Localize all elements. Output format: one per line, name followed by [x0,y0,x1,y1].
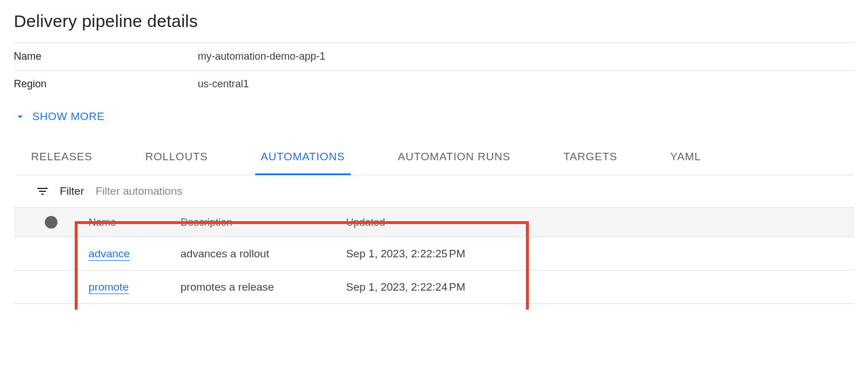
col-header-description[interactable]: Description [180,217,346,229]
automation-link-advance[interactable]: advance [89,248,130,261]
filter-bar: Filter [14,175,854,207]
filter-icon [36,184,49,198]
tab-automation-runs[interactable]: AUTOMATION RUNS [392,140,516,175]
col-header-updated[interactable]: Updated [346,217,854,229]
tab-rollouts[interactable]: ROLLOUTS [140,140,214,175]
tabs-bar: RELEASES ROLLOUTS AUTOMATIONS AUTOMATION… [16,140,854,175]
status-dot-icon [45,216,57,229]
col-header-name[interactable]: Name [89,217,180,229]
show-more-button[interactable]: SHOW MORE [14,110,105,123]
automations-table: Name Description Updated advance advance… [14,207,854,304]
detail-row-region: Region us-central1 [14,70,854,98]
filter-label: Filter [60,185,84,198]
table-header: Name Description Updated [14,207,854,237]
detail-region-value: us-central1 [198,78,249,90]
automation-updated: Sep 1, 2023, 2:22:25 PM [346,248,854,260]
automation-description: advances a rollout [180,248,346,260]
tab-releases[interactable]: RELEASES [25,140,98,175]
tab-targets[interactable]: TARGETS [558,140,623,175]
table-row: promote promotes a release Sep 1, 2023, … [14,271,854,304]
tab-yaml[interactable]: YAML [665,140,707,175]
tab-automations[interactable]: AUTOMATIONS [255,140,351,175]
automation-link-promote[interactable]: promote [89,281,129,294]
show-more-label: SHOW MORE [32,110,105,123]
filter-input[interactable] [94,184,847,198]
detail-name-value: my-automation-demo-app-1 [198,51,325,63]
detail-name-label: Name [14,51,198,63]
chevron-down-icon [14,110,26,123]
table-row: advance advances a rollout Sep 1, 2023, … [14,237,854,271]
detail-row-name: Name my-automation-demo-app-1 [14,43,854,70]
page-title: Delivery pipeline details [14,11,854,31]
automation-updated: Sep 1, 2023, 2:22:24 PM [346,281,854,294]
status-header [14,216,89,229]
automation-description: promotes a release [180,281,346,294]
detail-region-label: Region [14,78,198,90]
